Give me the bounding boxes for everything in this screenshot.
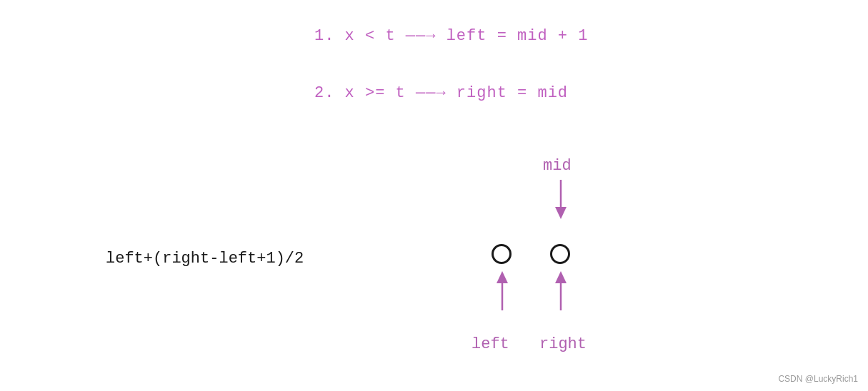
rule1-text: 1. x < t ——→ left = mid + 1 (314, 27, 588, 45)
svg-marker-3 (497, 271, 508, 283)
watermark: CSDN @LuckyRich1 (778, 374, 858, 384)
main-content: 1. x < t ——→ left = mid + 1 2. x >= t ——… (0, 0, 868, 391)
right-label: right (539, 335, 587, 353)
arrow-down-icon (550, 180, 572, 219)
circle-left (492, 244, 512, 264)
arrow-up-right-icon (550, 271, 572, 310)
left-label: left (472, 335, 509, 353)
rule2-text: 2. x >= t ——→ right = mid (314, 84, 568, 102)
mid-label: mid (543, 157, 572, 175)
arrow-up-left-icon (492, 271, 513, 310)
circle-right (550, 244, 570, 264)
svg-marker-1 (555, 207, 567, 219)
svg-marker-5 (555, 271, 567, 283)
formula-text: left+(right-left+1)/2 (106, 250, 304, 268)
